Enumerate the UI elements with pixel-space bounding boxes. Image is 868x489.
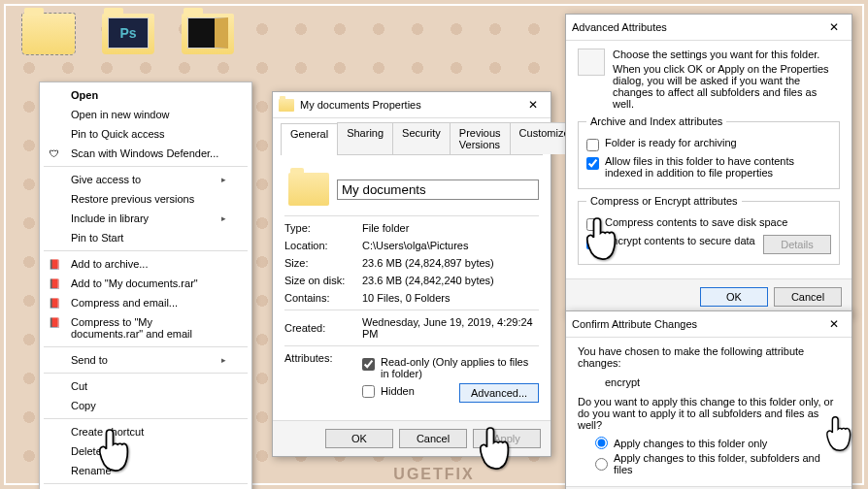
context-menu-item[interactable]: 📕Add to archive... <box>40 254 251 274</box>
archive-label: Folder is ready for archiving <box>605 137 737 148</box>
confirm-line2: Do you want to apply this change to this… <box>578 396 840 431</box>
context-menu-item[interactable]: Create shortcut <box>40 422 251 441</box>
hidden-checkbox[interactable] <box>362 385 375 398</box>
advanced-button[interactable]: Advanced... <box>459 383 539 403</box>
type-value: File folder <box>362 222 539 234</box>
ok-button[interactable]: OK <box>700 287 768 307</box>
confirm-change: encrypt <box>605 376 840 388</box>
tab-security[interactable]: Security <box>392 122 451 154</box>
advanced-intro1: Choose the settings you want for this fo… <box>613 49 840 60</box>
context-menu-item[interactable]: Copy <box>40 396 251 415</box>
close-button[interactable]: ✕ <box>822 18 846 36</box>
type-label: Type: <box>284 222 362 234</box>
context-menu-item[interactable]: 📕Compress to "My documents.rar" and emai… <box>40 312 251 343</box>
context-menu-item[interactable]: Restore previous versions <box>40 189 251 209</box>
sizeondisk-label: Size on disk: <box>284 275 362 286</box>
location-value: C:\Users\olga\Pictures <box>362 240 539 251</box>
created-label: Created: <box>284 322 362 334</box>
details-button[interactable]: Details <box>763 235 831 254</box>
advanced-attributes-window: Advanced Attributes ✕ Choose the setting… <box>565 14 852 315</box>
properties-window: My documents Properties ✕ General Sharin… <box>272 91 551 457</box>
cancel-button[interactable]: Cancel <box>774 287 842 307</box>
context-menu-item[interactable]: Pin to Quick access <box>40 124 251 144</box>
archive-checkbox[interactable] <box>586 139 599 151</box>
close-button[interactable]: ✕ <box>521 96 545 114</box>
context-menu-item[interactable]: Pin to Start <box>40 228 251 247</box>
encrypt-label: Encrypt contents to secure data <box>605 235 755 249</box>
confirm-title: Confirm Attribute Changes <box>572 318 697 330</box>
close-button[interactable]: ✕ <box>822 315 846 333</box>
folder-ps[interactable]: Ps <box>97 14 159 72</box>
index-checkbox[interactable] <box>586 157 599 170</box>
compress-group-label: Compress or Encrypt attributes <box>586 195 742 207</box>
apply-recursive-label: Apply changes to this folder, subfolders… <box>614 452 840 475</box>
apply-recursive-radio[interactable] <box>595 458 608 471</box>
context-menu-item[interactable]: 📕Compress and email... <box>40 293 251 312</box>
size-label: Size: <box>284 257 362 269</box>
readonly-label: Read-only (Only applies to files in fold… <box>381 356 539 379</box>
context-menu-item[interactable]: 📕Add to "My documents.rar" <box>40 274 251 293</box>
apply-button[interactable]: Apply <box>473 429 541 448</box>
properties-tabs: General Sharing Security Previous Versio… <box>281 122 543 155</box>
contains-value: 10 Files, 0 Folders <box>362 292 539 304</box>
apply-folder-only-radio[interactable] <box>595 437 608 449</box>
archive-group-label: Archive and Index attributes <box>586 115 726 127</box>
location-label: Location: <box>284 240 362 251</box>
context-menu-item[interactable]: Send to <box>40 350 251 370</box>
encrypt-checkbox[interactable] <box>586 237 599 249</box>
context-menu-item[interactable]: Open <box>40 85 251 105</box>
context-menu-item[interactable]: Rename <box>40 461 251 480</box>
compress-label: Compress contents to save disk space <box>605 216 787 228</box>
folder-icon <box>279 99 294 112</box>
folder-dark[interactable] <box>177 14 239 72</box>
context-menu-item[interactable]: Include in library <box>40 209 251 228</box>
ok-button[interactable]: OK <box>325 429 393 448</box>
confirm-line1: You have chosen to make the following at… <box>578 345 840 369</box>
sizeondisk-value: 23.6 MB (24,842,240 bytes) <box>362 275 539 286</box>
watermark: UGETFIX <box>393 466 474 483</box>
attributes-label: Attributes: <box>284 352 362 364</box>
advanced-intro2: When you click OK or Apply on the Proper… <box>613 63 840 110</box>
readonly-checkbox[interactable] <box>362 358 375 371</box>
properties-title: My documents Properties <box>300 99 421 111</box>
folder-selected[interactable] <box>17 14 80 72</box>
context-menu-item[interactable]: Give access to <box>40 170 251 189</box>
created-value: Wednesday, June 19, 2019, 4:29:24 PM <box>362 316 539 340</box>
confirm-changes-window: Confirm Attribute Changes ✕ You have cho… <box>565 310 852 489</box>
context-menu-item[interactable]: Cut <box>40 376 251 396</box>
tab-previous[interactable]: Previous Versions <box>450 122 511 154</box>
size-value: 23.6 MB (24,824,897 bytes) <box>362 257 539 269</box>
attributes-icon <box>578 49 605 76</box>
folder-large-icon <box>288 173 329 206</box>
tab-general[interactable]: General <box>281 123 338 155</box>
desktop-folders: Ps <box>17 14 239 72</box>
compress-checkbox[interactable] <box>586 218 599 231</box>
folder-name-input[interactable] <box>337 179 539 200</box>
context-menu: OpenOpen in new windowPin to Quick acces… <box>39 82 252 489</box>
context-menu-item[interactable]: Open in new window <box>40 105 251 124</box>
contains-label: Contains: <box>284 292 362 304</box>
hidden-label: Hidden <box>381 385 415 397</box>
tab-sharing[interactable]: Sharing <box>337 122 393 154</box>
context-menu-item[interactable]: 🛡Scan with Windows Defender... <box>40 144 251 163</box>
index-label: Allow files in this folder to have conte… <box>605 155 831 179</box>
apply-folder-only-label: Apply changes to this folder only <box>614 438 767 449</box>
context-menu-item[interactable]: Delete <box>40 441 251 461</box>
cancel-button[interactable]: Cancel <box>399 429 467 448</box>
advanced-title: Advanced Attributes <box>572 21 667 33</box>
